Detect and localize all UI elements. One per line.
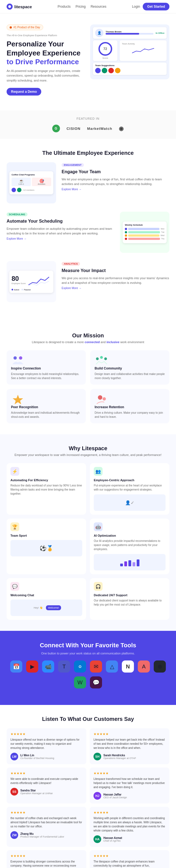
tool-gmail[interactable]: ✉ [90,660,102,673]
tool-asana[interactable]: A [138,660,150,673]
author-name-4: Zhang Wu [20,832,64,835]
tool-youtube[interactable]: ▶ [26,660,38,673]
hero-card-name: Thomas Brown [106,30,153,33]
testimonial-text-1: Litespace helped our team get back into … [94,738,166,750]
author-title-1: Operations Manager at OTAP [103,757,136,760]
engagement-content: ENGAGEMENT Engage Your Team We let your … [61,162,169,191]
connect-section: Connect With Your Favorite Tools One but… [0,631,176,705]
hero-chart-label: Team Activity [122,42,165,45]
why-card-title-4: Welcoming Chat [10,593,82,597]
tool-github[interactable]: ⊛ [154,660,166,673]
analytics-explore-link[interactable]: Explore More → [61,287,81,289]
tool-webex[interactable]: W [74,676,86,688]
mission-icon-3 [95,393,108,404]
tool-google-cal[interactable]: 📅 [10,660,22,673]
svg-rect-11 [128,560,131,566]
testimonial-author-1: SH Sarah Hendricks Operations Manager at… [94,753,166,761]
analytics-legend-2: Passive [21,289,31,291]
hero-stat-num: 72 [103,47,107,51]
tool-outlook[interactable]: O [74,660,86,673]
tool-notion[interactable]: N [122,660,134,673]
analytics-score: 80 [11,275,26,282]
author-name-3: Hassan Jaffar [103,793,127,796]
testimonials-grid: ★★★★★ Litespace offered our team a diver… [7,728,169,868]
why-icon-4: 💬 [10,582,19,591]
mission-card-desc-1: Design team and collaborative activities… [95,372,165,380]
connect-title: Connect With Your Favorite Tools [7,642,169,649]
why-subtitle: Empower your workspace to soar with incr… [7,453,169,457]
engagement-illustration: Coffee Chat Programs ☕ 1-on-1 🎯 Activiti… [7,162,56,204]
engagement-tag: ENGAGEMENT [61,163,84,167]
engagement-subsection: Coffee Chat Programs ☕ 1-on-1 🎯 Activiti… [7,162,169,212]
login-button[interactable]: Login [132,5,140,8]
mission-card-title-0: Inspire Connection [11,367,81,370]
why-card-desc-3: Our AI analytics provide impactful recom… [94,539,166,551]
why-icon-5: 🎧 [94,582,103,591]
author-title-2: Operation Manager at UniNar [20,792,53,795]
featured-section: Featured In G CISION MarketWatch ◉ [0,110,176,139]
logo[interactable]: litespace [7,4,32,10]
nav-pricing[interactable]: Pricing [76,5,86,8]
scheduling-explore-link[interactable]: Explore More → [7,237,26,240]
scheduling-heading: Automate Your Scheduling [7,218,115,224]
eng-item-2: Activities [33,183,50,185]
testimonial-text-5: Working with people in different countri… [94,816,166,833]
author-title-4: Product Manager of Fundamental Labor [20,835,64,838]
svg-rect-10 [124,561,127,566]
mission-icon-2 [11,393,25,404]
nav-resources[interactable]: Resources [91,5,106,8]
featured-logos: G CISION MarketWatch ◉ [7,125,169,132]
svg-rect-9 [120,564,123,566]
sched-wed: Wed [160,235,165,236]
sched-mon: Mon [160,228,165,230]
hero-section: #1 Product of the Day The All-in-One Emp… [0,13,176,110]
eng-card-title: Coffee Chat Programs [11,174,51,176]
tool-google-drive[interactable]: △ [106,660,118,673]
analytics-legend-1: Active [11,289,19,291]
why-card-desc-1: Put employee experience at the heart of … [94,484,166,492]
scheduling-subsection: Weekly Schedule Mon Tue Wed [7,212,169,261]
tool-zoom[interactable]: 📹 [42,660,54,673]
hero-chart [122,46,165,54]
testimonial-text-0: Litespace offered our team a diverse ran… [10,738,82,750]
hero-stat-2: Team Activity [120,40,167,61]
why-card-2: 🏆 Team Sport ⚽🏅 [7,519,86,574]
testimonial-text-4: the number of coffee chats and exchanged… [10,816,82,829]
testimonial-author-4: ZW Zhang Wu Product Manager of Fundament… [10,831,82,839]
tool-teams[interactable]: T [58,660,70,673]
why-card-title-2: Team Sport [10,534,82,537]
svg-point-0 [8,5,11,8]
svg-marker-6 [12,395,23,404]
testimonial-author-5: HA Hassan Azmat Chief of AgriTec [94,835,166,843]
svg-point-7 [98,395,102,400]
chat-bubble-1: Hey! 👋 [32,605,45,610]
why-card-title-0: Automating For Efficiency [10,478,82,482]
testimonial-text-6: Everyone is building stronger connection… [10,860,82,868]
logo-text: litespace [14,4,32,9]
engagement-explore-link[interactable]: Explore More → [61,188,81,191]
connect-desc: One button to power your work status on … [7,652,169,655]
tool-slack[interactable]: 💬 [90,676,102,688]
get-started-nav-button[interactable]: Get Started [143,3,169,10]
svg-point-2 [19,356,22,360]
author-avatar-3: HJ [94,792,101,800]
hero-illustration: 👤 Thomas Brown In Office 72 Score Team A… [90,25,169,79]
nav-products[interactable]: Products [57,5,70,8]
analytics-subsection: 80 Employee Score Active Passive [7,261,169,310]
request-demo-button[interactable]: Request a Demo [7,88,41,96]
logo-cision: CISION [67,127,81,131]
author-avatar-0: LW [10,753,18,761]
testimonial-7: ★★★★★ The litespace coffee chat program … [90,850,169,868]
mission-card-desc-3: Drive a thriving culture. Make your comp… [95,411,165,419]
analytics-tag: ANALYTICS [61,262,80,266]
nav-links: Products Pricing Resources [57,5,106,8]
author-avatar-2: SS [10,788,18,796]
svg-point-4 [100,356,103,359]
why-card-5: 🎧 Dedicated 24/7 Support Our dedicated c… [90,578,169,620]
testimonial-author-0: LW Li Wen Lin Co-founder of Bechtel Hous… [10,753,82,761]
author-title-5: Chief of AgriTec [103,839,122,842]
mission-card-title-2: Peer Recognition [11,405,81,409]
sched-title: Weekly Schedule [125,224,165,226]
logo-icon [7,4,12,10]
mission-desc: Litespace is designed to create a more c… [7,340,169,344]
